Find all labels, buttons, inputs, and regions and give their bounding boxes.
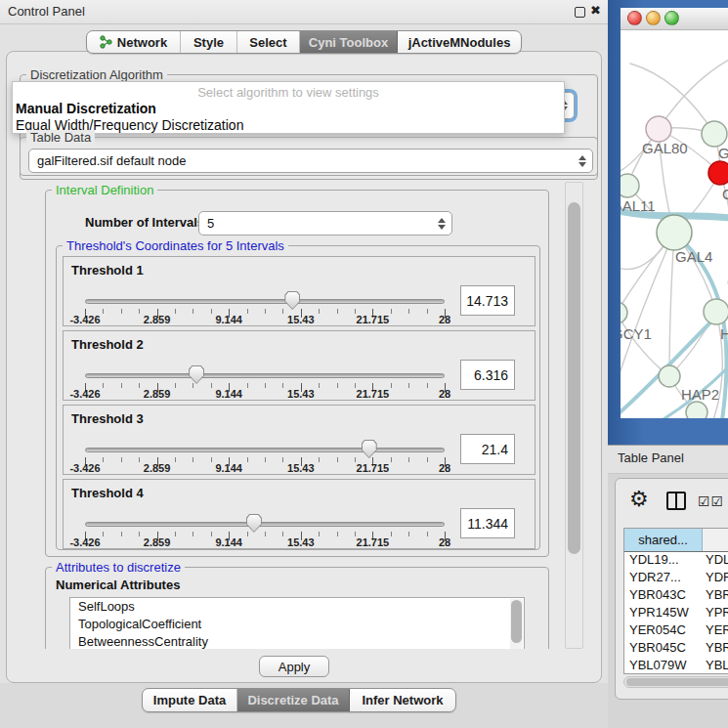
table-cell[interactable]: YBL0 bbox=[703, 658, 728, 674]
scale-tick-label: 28 bbox=[439, 536, 450, 548]
right-column: GAL80GACGAL11GAL4GCY1HHAP2 Table Panel ⚙… bbox=[608, 0, 728, 728]
table-cell[interactable]: YBR045C bbox=[624, 640, 703, 658]
slider-thumb[interactable] bbox=[284, 291, 300, 310]
network-node[interactable] bbox=[704, 299, 728, 324]
table-cell[interactable]: YPR145W bbox=[624, 605, 703, 622]
threshold-1-value[interactable]: 14.713 bbox=[460, 285, 515, 316]
tab-network[interactable]: Network bbox=[87, 31, 181, 53]
float-window-icon[interactable] bbox=[575, 7, 585, 18]
scale-tick-label: 21.715 bbox=[357, 314, 390, 325]
table-cell[interactable]: YDR27... bbox=[624, 570, 703, 587]
dropdown-option-manual[interactable]: Manual Discretization bbox=[16, 101, 156, 116]
num-intervals-select[interactable]: 5 bbox=[198, 211, 452, 236]
scrollbar-thumb[interactable] bbox=[626, 678, 728, 686]
dropdown-hint: Select algorithm to view settings bbox=[13, 85, 564, 100]
column-header-shared-name[interactable]: shared... bbox=[624, 529, 703, 551]
scrollbar-thumb[interactable] bbox=[568, 202, 580, 554]
tab-style[interactable]: Style bbox=[181, 31, 237, 53]
tab-select[interactable]: Select bbox=[237, 31, 300, 53]
threshold-3-value[interactable]: 21.4 bbox=[460, 434, 515, 464]
algorithm-dropdown-popup: Select algorithm to view settings Manual… bbox=[12, 81, 565, 134]
slider-track[interactable] bbox=[85, 522, 445, 527]
settings-scrollbar[interactable] bbox=[565, 182, 583, 649]
checkbox-checked-icon[interactable]: ☑ bbox=[698, 493, 711, 509]
select-checks: ☑☑ bbox=[698, 492, 724, 510]
minimize-traffic-light[interactable] bbox=[646, 11, 661, 25]
threshold-4-value[interactable]: 11.344 bbox=[460, 508, 515, 538]
threshold-2-panel: Threshold 2 -3.4262.8599.14415.4321.7152… bbox=[63, 330, 535, 401]
slider-thumb[interactable] bbox=[362, 440, 377, 458]
table-cell[interactable]: YBL079W bbox=[624, 658, 703, 674]
tab-infer-network[interactable]: Infer Network bbox=[350, 689, 455, 711]
tab-cyni-toolbox-label: Cyni Toolbox bbox=[309, 35, 388, 50]
network-node[interactable] bbox=[646, 116, 671, 142]
table-cell[interactable]: YBR043C bbox=[624, 587, 703, 605]
scale-row: -3.4262.8599.14415.4321.71528 bbox=[85, 314, 445, 326]
scale-tick-label: 2.859 bbox=[144, 314, 171, 325]
table-row[interactable]: YBR043CYBR0 bbox=[624, 587, 728, 605]
list-item[interactable]: SelfLoops bbox=[70, 598, 524, 616]
tab-jactivemnodules[interactable]: jActiveMNodules bbox=[398, 31, 521, 53]
table-hscrollbar[interactable] bbox=[623, 676, 728, 688]
network-node[interactable] bbox=[621, 174, 639, 197]
columns-icon[interactable] bbox=[666, 492, 686, 510]
table-cell[interactable]: YPR1 bbox=[703, 605, 728, 622]
scrollbar-thumb[interactable] bbox=[511, 600, 522, 643]
network-graph[interactable]: GAL80GACGAL11GAL4GCY1HHAP2 bbox=[621, 29, 728, 418]
network-node[interactable] bbox=[657, 215, 692, 250]
list-item[interactable]: TopologicalCoefficient bbox=[70, 616, 524, 633]
tab-cyni-toolbox[interactable]: Cyni Toolbox bbox=[300, 31, 398, 53]
table-cell[interactable]: YDR2 bbox=[703, 570, 728, 587]
network-node[interactable] bbox=[659, 365, 680, 387]
table-row[interactable]: YER054CYER0 bbox=[624, 622, 728, 640]
table-cell[interactable]: YBR0 bbox=[703, 640, 728, 658]
table-cell[interactable]: YER0 bbox=[703, 622, 728, 640]
apply-button[interactable]: Apply bbox=[259, 656, 329, 677]
numerical-attributes-list[interactable]: SelfLoops TopologicalCoefficient Between… bbox=[69, 597, 525, 649]
slider-thumb[interactable] bbox=[246, 514, 262, 533]
slider-track[interactable] bbox=[85, 299, 445, 304]
scale-tick-label: 15.43 bbox=[287, 388, 315, 400]
table-cell[interactable]: YBR0 bbox=[703, 587, 728, 605]
network-edge[interactable] bbox=[669, 233, 674, 376]
table-data-label: Table Data bbox=[26, 130, 95, 145]
column-header-name[interactable]: n bbox=[703, 529, 728, 551]
threshold-4-panel: Threshold 4 -3.4262.8599.14415.4321.7152… bbox=[63, 479, 535, 549]
slider-track[interactable] bbox=[85, 448, 445, 452]
table-row[interactable]: YDR27...YDR2 bbox=[624, 570, 728, 587]
table-body: YDL19...YDL1YDR27...YDR2YBR043CYBR0YPR14… bbox=[624, 552, 728, 674]
tab-impute-data[interactable]: Impute Data bbox=[143, 689, 237, 711]
table-row[interactable]: YDL19...YDL1 bbox=[624, 552, 728, 570]
close-traffic-light[interactable] bbox=[627, 11, 642, 25]
table-cell[interactable]: YDL1 bbox=[703, 552, 728, 570]
network-edge[interactable] bbox=[630, 64, 714, 134]
network-node[interactable] bbox=[708, 161, 728, 185]
attributes-scrollbar[interactable] bbox=[510, 599, 523, 649]
table-panel-title: Table Panel bbox=[618, 450, 684, 465]
table-cell[interactable]: YER054C bbox=[624, 622, 703, 640]
list-item[interactable]: BetweennessCentrality bbox=[70, 633, 524, 649]
table-row[interactable]: YPR145WYPR1 bbox=[624, 605, 728, 622]
threshold-2-value[interactable]: 6.316 bbox=[460, 360, 515, 390]
network-node[interactable] bbox=[702, 121, 727, 147]
tab-discretize-data[interactable]: Discretize Data bbox=[237, 689, 350, 711]
slider-track[interactable] bbox=[85, 373, 445, 378]
slider-thumb[interactable] bbox=[189, 365, 204, 384]
table-cell[interactable]: YDL19... bbox=[624, 552, 703, 570]
table-row[interactable]: YBL079WYBL0 bbox=[624, 658, 728, 674]
network-node-label: GA bbox=[718, 145, 728, 161]
table-panel-titlebar: Table Panel bbox=[608, 445, 728, 474]
table-data-value: galFiltered.sif default node bbox=[37, 153, 186, 168]
network-edge[interactable] bbox=[659, 49, 728, 129]
network-canvas[interactable]: GAL80GACGAL11GAL4GCY1HHAP2 bbox=[621, 29, 728, 418]
gear-icon[interactable]: ⚙ bbox=[629, 489, 649, 510]
table-data-select[interactable]: galFiltered.sif default node bbox=[28, 149, 593, 173]
checkbox-checked-icon[interactable]: ☑ bbox=[711, 493, 725, 509]
num-intervals-value: 5 bbox=[207, 216, 214, 231]
network-node[interactable] bbox=[686, 402, 707, 418]
network-node[interactable] bbox=[621, 302, 627, 323]
zoom-traffic-light[interactable] bbox=[664, 11, 679, 25]
table-row[interactable]: YBR045CYBR0 bbox=[624, 640, 728, 658]
network-edge[interactable] bbox=[621, 313, 669, 376]
close-icon[interactable]: ✖ bbox=[590, 3, 601, 18]
